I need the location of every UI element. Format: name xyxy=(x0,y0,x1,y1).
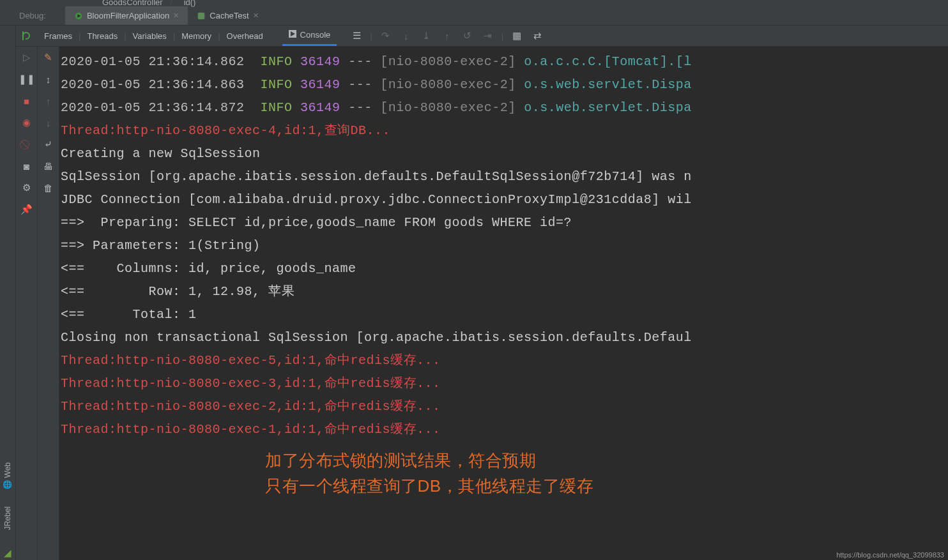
tab-frames[interactable]: Frames xyxy=(38,26,79,46)
log-line: Thread:http-nio-8080-exec-4,id:1,查询DB... xyxy=(61,123,390,138)
debug-label: Debug: xyxy=(19,11,46,20)
debug-tab-cachetest[interactable]: CacheTest ✕ xyxy=(188,6,267,25)
filter-icon[interactable]: ☰ xyxy=(349,29,363,43)
watermark: https://blog.csdn.net/qq_32099833 xyxy=(836,551,944,559)
log-line: SqlSession [org.apache.ibatis.session.de… xyxy=(61,169,692,184)
down-icon[interactable]: ↓ xyxy=(42,116,56,130)
edit-icon[interactable]: ✎ xyxy=(42,50,56,64)
close-icon[interactable]: ✕ xyxy=(253,11,259,20)
rerun-icon[interactable] xyxy=(19,29,33,43)
drop-frame-icon[interactable]: ↺ xyxy=(461,29,475,43)
log-line: Thread:http-nio-8080-exec-1,id:1,命中redis… xyxy=(61,422,441,437)
close-icon[interactable]: ✕ xyxy=(173,11,179,20)
log-line: ==> Preparing: SELECT id,price,goods_nam… xyxy=(61,215,572,230)
settings-toggle-icon[interactable]: ⇄ xyxy=(530,29,544,43)
debug-tab-label: CacheTest xyxy=(210,11,248,20)
run-config-icon xyxy=(74,11,83,20)
side-tab-web[interactable]: 🌐Web xyxy=(3,462,12,490)
log-line: <== Row: 1, 12.98, 苹果 xyxy=(61,284,294,299)
web-icon: 🌐 xyxy=(3,481,12,490)
debug-tool-tabs: Frames | Threads | Variables | Memory | … xyxy=(16,26,948,47)
view-breakpoints-icon[interactable]: ◉ xyxy=(20,116,34,130)
run-to-cursor-icon[interactable]: ⇥ xyxy=(481,29,495,43)
resume-icon[interactable]: ▷ xyxy=(20,50,34,64)
log-line: Closing non transactional SqlSession [or… xyxy=(61,330,692,345)
force-step-into-icon[interactable]: ⤓ xyxy=(420,29,434,43)
debug-vtoolbar: ▷ ❚❚ ■ ◉ ⃠ ◙ ⚙ 📌 xyxy=(16,47,38,560)
sort-icon[interactable]: ↕ xyxy=(42,72,56,86)
left-tool-strip: 🌐Web JRebel ◢ xyxy=(0,26,16,560)
mute-breakpoints-icon[interactable]: ⃠ xyxy=(20,137,34,151)
debug-tab-label: BloomFilterApplication xyxy=(87,11,169,20)
soft-wrap-icon[interactable]: ⤶ xyxy=(42,137,56,151)
debug-bar: Debug: BloomFilterApplication ✕ CacheTes… xyxy=(0,6,948,26)
run-config-icon xyxy=(197,11,206,20)
step-out-icon[interactable]: ↑ xyxy=(440,29,454,43)
breadcrumb-item[interactable]: GoodsController xyxy=(102,0,163,7)
stop-icon[interactable]: ■ xyxy=(20,94,34,108)
gear-icon[interactable]: ⚙ xyxy=(20,181,34,195)
log-line: Creating a new SqlSession xyxy=(61,146,261,161)
tab-overhead[interactable]: Overhead xyxy=(220,26,270,46)
log-line: Thread:http-nio-8080-exec-5,id:1,命中redis… xyxy=(61,353,441,368)
tab-memory[interactable]: Memory xyxy=(175,26,218,46)
camera-icon[interactable]: ◙ xyxy=(20,159,34,173)
breadcrumb-item[interactable]: id() xyxy=(184,0,196,7)
trash-icon[interactable]: 🗑 xyxy=(42,181,56,195)
side-tab-jrebel[interactable]: JRebel xyxy=(3,506,12,530)
step-over-icon[interactable]: ↷ xyxy=(379,29,393,43)
console-play-icon xyxy=(289,30,296,40)
log-line: <== Columns: id, price, goods_name xyxy=(61,261,356,276)
svg-rect-2 xyxy=(198,12,205,19)
console-output[interactable]: 2020-01-05 21:36:14.862 INFO 36149 --- [… xyxy=(59,47,948,560)
evaluate-icon[interactable]: ▦ xyxy=(510,29,524,43)
tab-variables[interactable]: Variables xyxy=(126,26,173,46)
tab-threads[interactable]: Threads xyxy=(80,26,124,46)
pause-icon[interactable]: ❚❚ xyxy=(20,72,34,86)
pin-icon[interactable]: 📌 xyxy=(20,202,34,216)
annotation-overlay: 加了分布式锁的测试结果，符合预期 只有一个线程查询了DB，其他线程走了缓存 xyxy=(61,441,947,499)
console-vtoolbar: ✎ ↕ ↑ ↓ ⤶ 🖶 🗑 xyxy=(38,47,59,560)
tab-console[interactable]: Console xyxy=(282,26,337,46)
log-line: Thread:http-nio-8080-exec-2,id:1,命中redis… xyxy=(61,399,441,414)
up-icon[interactable]: ↑ xyxy=(42,94,56,108)
step-into-icon[interactable]: ↓ xyxy=(399,29,413,43)
log-line: ==> Parameters: 1(String) xyxy=(61,238,261,253)
log-line: Thread:http-nio-8080-exec-3,id:1,命中redis… xyxy=(61,376,441,391)
breadcrumb: GoodsController 〉 id() xyxy=(0,0,948,6)
print-icon[interactable]: 🖶 xyxy=(42,159,56,173)
log-line: <== Total: 1 xyxy=(61,307,197,322)
debug-tab-bloomfilter[interactable]: BloomFilterApplication ✕ xyxy=(65,6,188,25)
jrebel-icon[interactable]: ◢ xyxy=(1,546,15,560)
log-line: JDBC Connection [com.alibaba.druid.proxy… xyxy=(61,192,692,207)
